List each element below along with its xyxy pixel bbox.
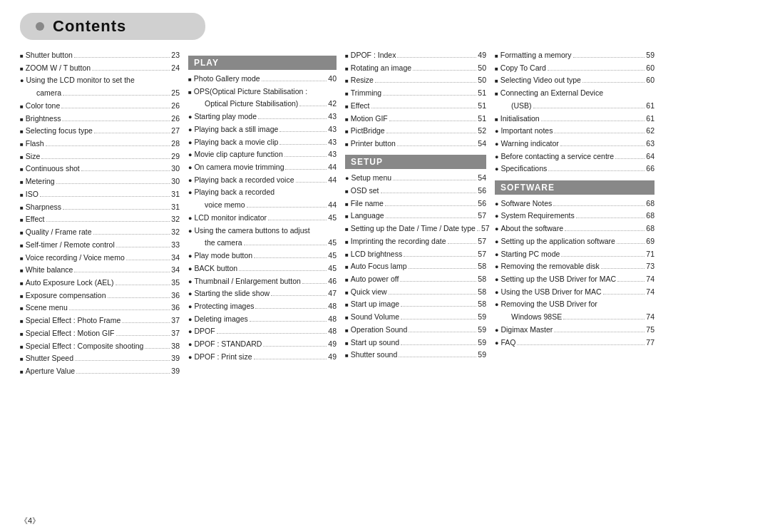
bullet-square: ■ — [20, 280, 24, 288]
entry-label: Start up sound — [351, 337, 399, 348]
bullet-circle: ● — [188, 188, 192, 198]
list-item: ■Sharpness31 — [20, 202, 180, 213]
entry-page: 43 — [328, 137, 337, 148]
entry-page: 44 — [328, 200, 337, 210]
entry-page: 39 — [171, 353, 180, 364]
entry-dots — [108, 297, 170, 298]
entry-page: 27 — [171, 126, 180, 136]
bullet-square: ■ — [20, 267, 24, 275]
entry-dots — [250, 321, 327, 322]
entry-page: 59 — [478, 337, 486, 348]
entry-dots — [244, 245, 327, 245]
bullet-circle: ● — [188, 150, 192, 160]
entry-label: Optical Picture Stabilisation) — [196, 98, 298, 109]
entry-label: Brightness — [26, 113, 61, 124]
entry-label: Auto power off — [351, 274, 399, 285]
bullet-circle: ● — [495, 127, 498, 136]
bullet-circle: ● — [188, 176, 192, 185]
list-item: ■Color tone26 — [20, 101, 180, 111]
list-item: ●Thumbnail / Enlargement button46 — [188, 276, 337, 287]
entry-page: 30 — [171, 163, 180, 174]
list-item: ■Connecting an External Device — [495, 88, 654, 98]
bullet-circle: ● — [188, 327, 192, 337]
entry-dots — [381, 193, 477, 193]
col3-top-entries: ■DPOF : Index49■Rotating an image50■Resi… — [345, 50, 486, 149]
list-item: ■Flash28 — [20, 138, 180, 149]
entry-dots — [279, 131, 327, 132]
entry-label: On camera movie trimming — [194, 162, 284, 173]
entry-label: Trimming — [351, 88, 381, 98]
entry-page: 56 — [478, 198, 486, 209]
list-item: ●Setup menu54 — [345, 173, 486, 183]
entry-page: 68 — [646, 223, 654, 234]
entry-dots — [389, 294, 477, 295]
col4-bot-entries: ●Software Notes68●System Requirements68●… — [495, 198, 654, 348]
entry-page: 51 — [478, 101, 486, 111]
bullet-circle: ● — [495, 212, 498, 221]
entry-page: 57 — [478, 236, 486, 247]
list-item: ●Warning indicator63 — [495, 138, 654, 149]
entry-page: 38 — [171, 341, 180, 352]
list-item: ■Sound Volume59 — [345, 312, 486, 322]
entry-page: 45 — [328, 213, 337, 223]
entry-label: Playing back a recorded — [194, 187, 274, 198]
entry-dots — [46, 221, 170, 222]
list-item: ●Deleting images48 — [188, 314, 337, 324]
entry-page: 74 — [646, 312, 654, 322]
entry-label: Play mode button — [194, 250, 252, 261]
bullet-circle: ● — [495, 288, 498, 297]
list-item: ●DPOF48 — [188, 326, 337, 337]
list-item: voice memo44 — [188, 200, 337, 210]
list-item: ■Special Effect : Photo Frame37 — [20, 315, 180, 326]
entry-dots — [116, 335, 170, 336]
entry-label: Sound Volume — [351, 312, 399, 322]
entry-dots — [397, 145, 476, 146]
bullet-square: ■ — [345, 200, 349, 209]
entry-page: 77 — [646, 337, 654, 348]
entry-page: 58 — [478, 287, 486, 297]
entry-dots — [255, 308, 327, 309]
entry-label: Size — [26, 151, 40, 162]
list-item: ●Playing back a movie clip43 — [188, 137, 337, 148]
entry-page: 43 — [328, 149, 337, 160]
list-item: ■PictBridge52 — [345, 126, 486, 136]
entry-page: 51 — [478, 88, 486, 98]
entry-page: 47 — [328, 288, 337, 299]
entry-dots — [76, 373, 170, 374]
entry-label: Special Effect : Composite shooting — [26, 341, 144, 352]
entry-dots — [63, 209, 170, 210]
entry-page: 35 — [171, 277, 180, 288]
entry-dots — [122, 322, 170, 323]
entry-label: LCD brightness — [351, 249, 402, 260]
entry-page: 68 — [646, 210, 654, 221]
list-item: ●On camera movie trimming44 — [188, 162, 337, 173]
list-item: ■Motion GIF51 — [345, 113, 486, 124]
entry-page: 59 — [646, 50, 654, 61]
col3-bot-entries: ●Setup menu54■OSD set56■File name56■Lang… — [345, 173, 486, 360]
entry-label: Aperture Value — [26, 366, 75, 377]
entry-dots — [61, 108, 170, 108]
entry-label: Selecting focus type — [26, 126, 93, 136]
column-4: ■Formatting a memory59■Copy To Card60■Se… — [491, 50, 654, 379]
entry-label: Sharpness — [26, 202, 61, 213]
entry-dots — [239, 270, 327, 271]
entry-dots — [399, 357, 476, 357]
entry-dots — [548, 70, 645, 71]
entry-page: 45 — [328, 263, 337, 274]
entry-page: 62 — [646, 126, 654, 136]
entry-dots — [389, 121, 477, 121]
list-item: ■Brightness26 — [20, 113, 180, 124]
entry-label: DPOF : Print size — [194, 352, 252, 362]
entry-label: Thumbnail / Enlargement button — [194, 276, 300, 287]
entry-dots — [81, 170, 170, 171]
list-item: ■Setting up the Date / Time / Date type5… — [345, 223, 486, 234]
entry-dots — [477, 230, 480, 231]
entry-dots — [409, 332, 476, 332]
entry-label: DPOF : Index — [351, 50, 396, 61]
bullet-square: ■ — [345, 77, 349, 86]
bullet-square: ■ — [20, 229, 24, 237]
list-item: the camera45 — [188, 237, 337, 248]
bullet-circle: ● — [188, 290, 192, 299]
bullet-circle: ● — [495, 250, 498, 260]
entry-label: Shutter sound — [351, 349, 397, 360]
